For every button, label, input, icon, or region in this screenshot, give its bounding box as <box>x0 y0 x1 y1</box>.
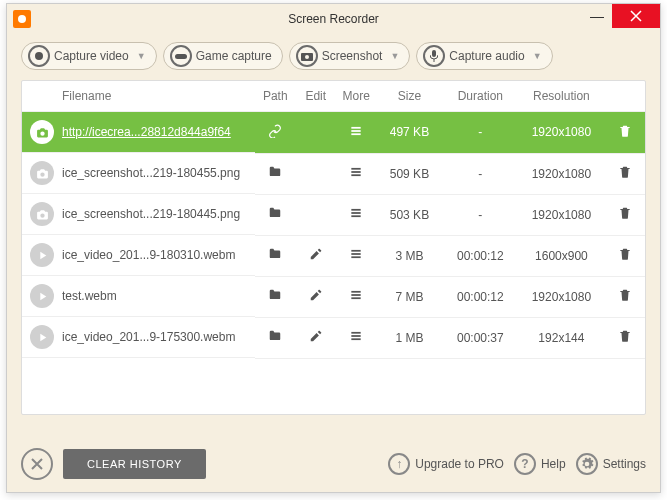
delete-cell[interactable] <box>604 276 645 317</box>
filename-cell[interactable]: http://icecrea...28812d844a9f64 <box>22 112 255 153</box>
table-row[interactable]: http://icecrea...28812d844a9f64497 KB-19… <box>22 112 645 154</box>
screenshot-label: Screenshot <box>322 49 383 63</box>
size-cell: 3 MB <box>377 235 443 276</box>
edit-cell <box>296 112 337 154</box>
svg-rect-22 <box>352 335 361 337</box>
trash-icon <box>618 209 632 223</box>
table-row[interactable]: ice_screenshot...219-180445.png503 KB-19… <box>22 194 645 235</box>
more-cell[interactable] <box>336 317 377 358</box>
svg-rect-14 <box>352 215 361 217</box>
game-capture-button[interactable]: Game capture <box>163 42 283 70</box>
close-panel-button[interactable] <box>21 448 53 480</box>
resolution-cell: 1600x900 <box>518 235 604 276</box>
svg-rect-21 <box>352 332 361 334</box>
header-path[interactable]: Path <box>255 81 296 112</box>
app-window: Screen Recorder — Capture video ▼ Game c… <box>6 3 661 493</box>
header-filename[interactable]: Filename <box>22 81 255 112</box>
svg-rect-18 <box>352 291 361 293</box>
folder-icon <box>268 332 282 346</box>
header-duration[interactable]: Duration <box>442 81 518 112</box>
upgrade-button[interactable]: ↑ Upgrade to PRO <box>388 453 504 475</box>
resolution-cell: 192x144 <box>518 317 604 358</box>
help-button[interactable]: ? Help <box>514 453 566 475</box>
edit-cell[interactable] <box>296 276 337 317</box>
more-cell[interactable] <box>336 235 377 276</box>
close-button[interactable] <box>612 4 660 28</box>
upgrade-icon: ↑ <box>388 453 410 475</box>
filename-text: ice_screenshot...219-180455.png <box>62 166 240 180</box>
edit-cell[interactable] <box>296 317 337 358</box>
filename-text: http://icecrea...28812d844a9f64 <box>62 125 231 139</box>
svg-rect-5 <box>432 50 436 57</box>
history-table-container: Filename Path Edit More Size Duration Re… <box>21 80 646 415</box>
minimize-button[interactable]: — <box>582 4 612 28</box>
path-cell[interactable] <box>255 112 296 154</box>
table-row[interactable]: ice_video_201...9-180310.webm3 MB00:00:1… <box>22 235 645 276</box>
svg-rect-19 <box>352 294 361 296</box>
delete-cell[interactable] <box>604 194 645 235</box>
svg-rect-12 <box>352 209 361 211</box>
camera-icon <box>296 45 318 67</box>
size-cell: 503 KB <box>377 194 443 235</box>
settings-button[interactable]: Settings <box>576 453 646 475</box>
filename-cell[interactable]: ice_video_201...9-180310.webm <box>22 235 255 276</box>
capture-audio-label: Capture audio <box>449 49 524 63</box>
duration-cell: 00:00:12 <box>442 235 518 276</box>
svg-rect-13 <box>352 212 361 214</box>
clear-history-button[interactable]: CLEAR HISTORY <box>63 449 206 479</box>
folder-icon <box>268 209 282 223</box>
filename-cell[interactable]: ice_screenshot...219-180445.png <box>22 194 255 235</box>
header-size[interactable]: Size <box>377 81 443 112</box>
path-cell[interactable] <box>255 153 296 194</box>
pencil-icon <box>309 291 323 305</box>
trash-icon <box>618 291 632 305</box>
more-cell[interactable] <box>336 276 377 317</box>
play-icon <box>30 325 54 349</box>
size-cell: 509 KB <box>377 153 443 194</box>
more-icon <box>349 291 363 305</box>
capture-video-button[interactable]: Capture video ▼ <box>21 42 157 70</box>
svg-rect-15 <box>352 250 361 252</box>
edit-cell[interactable] <box>296 235 337 276</box>
svg-rect-7 <box>352 130 361 132</box>
gamepad-icon <box>170 45 192 67</box>
header-more[interactable]: More <box>336 81 377 112</box>
screenshot-button[interactable]: Screenshot ▼ <box>289 42 411 70</box>
trash-icon <box>618 250 632 264</box>
more-cell[interactable] <box>336 194 377 235</box>
edit-cell <box>296 194 337 235</box>
upgrade-label: Upgrade to PRO <box>415 457 504 471</box>
more-icon <box>349 209 363 223</box>
more-cell[interactable] <box>336 153 377 194</box>
table-row[interactable]: ice_screenshot...219-180455.png509 KB-19… <box>22 153 645 194</box>
delete-cell[interactable] <box>604 235 645 276</box>
more-cell[interactable] <box>336 112 377 154</box>
more-icon <box>349 168 363 182</box>
path-cell[interactable] <box>255 317 296 358</box>
delete-cell[interactable] <box>604 112 645 154</box>
window-controls: — <box>582 4 660 28</box>
bottom-bar: CLEAR HISTORY ↑ Upgrade to PRO ? Help Se… <box>7 436 660 492</box>
size-cell: 1 MB <box>377 317 443 358</box>
header-resolution[interactable]: Resolution <box>518 81 604 112</box>
path-cell[interactable] <box>255 276 296 317</box>
duration-cell: 00:00:12 <box>442 276 518 317</box>
filename-cell[interactable]: ice_video_201...9-175300.webm <box>22 317 255 358</box>
delete-cell[interactable] <box>604 317 645 358</box>
resolution-cell: 1920x1080 <box>518 153 604 194</box>
filename-cell[interactable]: test.webm <box>22 276 255 317</box>
header-edit[interactable]: Edit <box>296 81 337 112</box>
filename-text: test.webm <box>62 289 117 303</box>
more-icon <box>349 127 363 141</box>
table-row[interactable]: test.webm7 MB00:00:121920x1080 <box>22 276 645 317</box>
folder-icon <box>268 250 282 264</box>
settings-label: Settings <box>603 457 646 471</box>
size-cell: 497 KB <box>377 112 443 154</box>
filename-cell[interactable]: ice_screenshot...219-180455.png <box>22 153 255 194</box>
path-cell[interactable] <box>255 235 296 276</box>
svg-rect-6 <box>352 127 361 129</box>
capture-audio-button[interactable]: Capture audio ▼ <box>416 42 552 70</box>
delete-cell[interactable] <box>604 153 645 194</box>
path-cell[interactable] <box>255 194 296 235</box>
table-row[interactable]: ice_video_201...9-175300.webm1 MB00:00:3… <box>22 317 645 358</box>
